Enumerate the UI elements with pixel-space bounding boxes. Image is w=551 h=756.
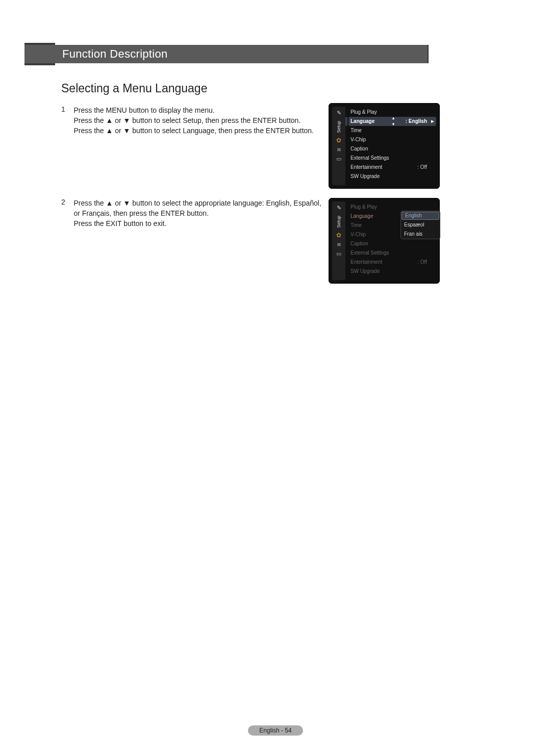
menu1-item-swupgrade[interactable]: SW Upgrade xyxy=(348,172,436,181)
menu2-sidebar: ✎ Setup ✿ ≋ ▭ xyxy=(332,201,345,280)
step-1-line3: Press the ▲ or ▼ button to select Langua… xyxy=(73,125,323,136)
input-icon: ▭ xyxy=(335,250,343,257)
language-dropdown[interactable]: English Espaæol Fran ais xyxy=(400,211,440,239)
section-title: Selecting a Menu Language xyxy=(61,82,207,95)
page-number-pill: English - 54 xyxy=(248,725,303,736)
menu2-item-entertainment[interactable]: Entertainment: Off xyxy=(348,258,436,267)
menu2-item-caption[interactable]: Caption xyxy=(348,239,436,248)
step-1-line2: Press the ▲ or ▼ button to select Setup,… xyxy=(73,115,323,125)
step-2: 2 Press the ▲ or ▼ button to select the … xyxy=(61,198,323,229)
menu1-item-entertainment[interactable]: Entertainment: Off xyxy=(348,163,436,172)
header-title: Function Description xyxy=(62,47,168,61)
step-1-line1: Press the MENU button to display the men… xyxy=(73,105,323,115)
menu1-list: Plug & Play ▴ Language : English ► ▾ Tim… xyxy=(348,108,436,181)
step-2-text: Press the ▲ or ▼ button to select the ap… xyxy=(73,198,323,229)
step-1: 1 Press the MENU button to display the m… xyxy=(61,105,323,136)
menu1-item-language[interactable]: ▴ Language : English ► ▾ xyxy=(348,117,436,126)
menu1-item-external[interactable]: External Settings xyxy=(348,154,436,163)
header-bar: Function Description xyxy=(24,45,429,63)
menu1-item-caption[interactable]: Caption xyxy=(348,144,436,154)
step-2-number: 2 xyxy=(61,198,71,206)
chevron-right-icon: ► xyxy=(430,117,435,126)
dropdown-option-espanol[interactable]: Espaæol xyxy=(401,220,440,230)
input-icon: ▭ xyxy=(335,156,343,162)
dropdown-option-francais[interactable]: Fran ais xyxy=(401,230,440,239)
gear-icon: ✿ xyxy=(335,137,343,143)
step-1-text: Press the MENU button to display the men… xyxy=(73,105,323,136)
step-2-exit: Press the EXIT button to exit. xyxy=(73,218,323,229)
sound-icon: ≋ xyxy=(335,241,343,247)
menu2-item-swupgrade[interactable]: SW Upgrade xyxy=(348,267,436,276)
wrench-icon: ✎ xyxy=(335,205,343,211)
page-footer: English - 54 xyxy=(0,725,551,736)
gear-icon: ✿ xyxy=(335,232,343,238)
menu1-sidebar-label: Setup xyxy=(336,121,341,133)
menu1-item-time[interactable]: Time xyxy=(348,126,436,135)
menu-screenshot-1: ✎ Setup ✿ ≋ ▭ Plug & Play ▴ Language : E… xyxy=(329,103,440,189)
step-2-line1: Press the ▲ or ▼ button to select the ap… xyxy=(73,198,323,218)
menu1-item-vchip[interactable]: V-Chip xyxy=(348,135,436,144)
wrench-icon: ✎ xyxy=(335,110,343,116)
menu2-sidebar-label: Setup xyxy=(336,216,341,228)
menu2-item-external[interactable]: External Settings xyxy=(348,248,436,258)
menu1-sidebar: ✎ Setup ✿ ≋ ▭ xyxy=(332,107,345,185)
dropdown-option-english[interactable]: English xyxy=(402,212,439,220)
sound-icon: ≋ xyxy=(335,146,343,153)
menu-screenshot-2: ✎ Setup ✿ ≋ ▭ Plug & Play Language: Time… xyxy=(329,198,440,284)
step-1-number: 1 xyxy=(61,105,71,113)
